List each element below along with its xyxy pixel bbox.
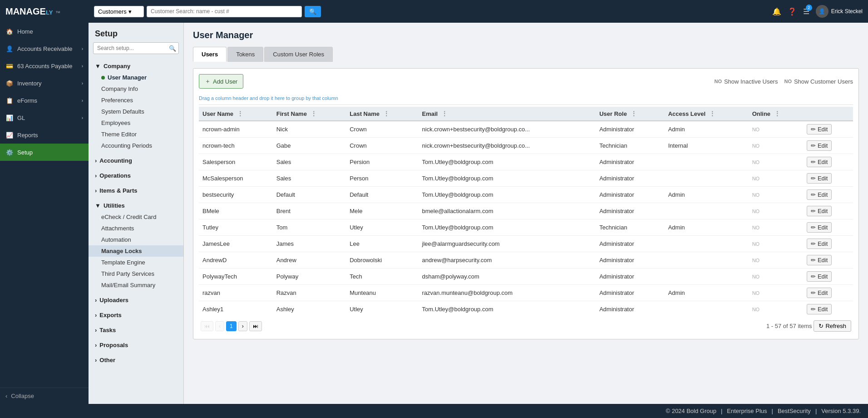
- col-header-firstname[interactable]: First Name ⋮: [273, 107, 346, 121]
- cell-actions[interactable]: ✏ Edit: [803, 170, 853, 187]
- col-menu-lastname[interactable]: ⋮: [383, 110, 390, 117]
- sidebar-item-accounts-payable[interactable]: 💳 63 Accounts Payable ›: [0, 57, 89, 75]
- cell-actions[interactable]: ✏ Edit: [803, 138, 853, 154]
- exports-section-header[interactable]: › Exports: [89, 309, 183, 321]
- col-menu-online[interactable]: ⋮: [774, 110, 780, 117]
- accounting-section-header[interactable]: › Accounting: [89, 155, 183, 166]
- bell-icon[interactable]: 🔔: [772, 7, 781, 16]
- cell-actions[interactable]: ✏ Edit: [803, 203, 853, 219]
- setup-item-system-defaults[interactable]: System Defaults: [89, 106, 183, 117]
- cell-actions[interactable]: ✏ Edit: [803, 219, 853, 236]
- edit-button[interactable]: ✏ Edit: [807, 157, 832, 167]
- operations-section-header[interactable]: › Operations: [89, 170, 183, 181]
- utilities-section-header[interactable]: ▼ Utilities: [89, 200, 183, 211]
- tasks-section-header[interactable]: › Tasks: [89, 324, 183, 336]
- cell-lastname[interactable]: Mele: [346, 203, 418, 219]
- cell-lastname[interactable]: Crown: [346, 121, 418, 138]
- col-menu-firstname[interactable]: ⋮: [311, 110, 317, 117]
- sidebar-item-inventory[interactable]: 📦 Inventory ›: [0, 75, 89, 92]
- cell-lastname[interactable]: Lee: [346, 236, 418, 252]
- add-user-button[interactable]: ＋ Add User: [199, 74, 243, 89]
- sidebar-item-gl[interactable]: 📊 GL ›: [0, 109, 89, 126]
- edit-button[interactable]: ✏ Edit: [807, 304, 832, 314]
- other-section-header[interactable]: › Other: [89, 354, 183, 366]
- setup-item-company-info[interactable]: Company Info: [89, 83, 183, 95]
- sidebar-item-eforms[interactable]: 📋 eForms ›: [0, 92, 89, 109]
- cell-username[interactable]: JamesLee: [199, 236, 273, 252]
- edit-button[interactable]: ✏ Edit: [807, 239, 832, 249]
- sidebar-item-setup[interactable]: ⚙️ Setup: [0, 144, 89, 161]
- setup-item-mail-email[interactable]: Mail/Email Summary: [89, 279, 183, 291]
- cell-actions[interactable]: ✏ Edit: [803, 301, 853, 316]
- tab-custom-roles[interactable]: Custom User Roles: [264, 47, 333, 62]
- setup-item-manage-locks[interactable]: Manage Locks: [89, 245, 183, 257]
- cell-username[interactable]: bestsecurity: [199, 187, 273, 203]
- edit-button[interactable]: ✏ Edit: [807, 124, 832, 134]
- col-header-online[interactable]: Online ⋮: [749, 107, 803, 121]
- col-menu-username[interactable]: ⋮: [237, 110, 243, 117]
- items-section-header[interactable]: › Items & Parts: [89, 185, 183, 196]
- cell-username[interactable]: BMele: [199, 203, 273, 219]
- col-header-email[interactable]: Email ⋮: [419, 107, 596, 121]
- tasks-badge-container[interactable]: ☰ 2: [803, 7, 809, 16]
- cell-actions[interactable]: ✏ Edit: [803, 269, 853, 285]
- col-menu-userrole[interactable]: ⋮: [631, 110, 637, 117]
- page-1-button[interactable]: 1: [226, 321, 237, 331]
- show-customer-toggle[interactable]: NO Show Customer Users: [784, 78, 853, 85]
- cell-actions[interactable]: ✏ Edit: [803, 154, 853, 170]
- setup-item-theme-editor[interactable]: Theme Editor: [89, 129, 183, 140]
- help-icon[interactable]: ❓: [788, 7, 797, 16]
- edit-button[interactable]: ✏ Edit: [807, 140, 832, 151]
- setup-item-template-engine[interactable]: Template Engine: [89, 257, 183, 268]
- setup-item-preferences[interactable]: Preferences: [89, 95, 183, 106]
- edit-button[interactable]: ✏ Edit: [807, 222, 832, 233]
- search-dropdown[interactable]: Customers ▾: [94, 6, 144, 17]
- search-button[interactable]: 🔍: [305, 6, 321, 17]
- tab-users[interactable]: Users: [193, 47, 227, 62]
- edit-button[interactable]: ✏ Edit: [807, 173, 832, 184]
- search-input[interactable]: [147, 6, 302, 17]
- cell-username[interactable]: ncrown-tech: [199, 138, 273, 154]
- setup-item-employees[interactable]: Employees: [89, 117, 183, 129]
- prev-page-button[interactable]: ‹: [215, 321, 224, 331]
- cell-username[interactable]: ncrown-admin: [199, 121, 273, 138]
- setup-search-input[interactable]: [93, 42, 179, 54]
- refresh-button[interactable]: ↻ Refresh: [814, 320, 851, 332]
- cell-actions[interactable]: ✏ Edit: [803, 187, 853, 203]
- edit-button[interactable]: ✏ Edit: [807, 288, 832, 298]
- col-header-accesslevel[interactable]: Access Level ⋮: [665, 107, 749, 121]
- edit-button[interactable]: ✏ Edit: [807, 271, 832, 282]
- edit-button[interactable]: ✏ Edit: [807, 206, 832, 216]
- cell-lastname[interactable]: Crown: [346, 138, 418, 154]
- company-section-header[interactable]: ▼ Company: [89, 60, 183, 72]
- sidebar-item-home[interactable]: 🏠 Home: [0, 23, 89, 40]
- sidebar-item-accounts-receivable[interactable]: 👤 Accounts Receivable ›: [0, 40, 89, 57]
- setup-item-user-manager[interactable]: User Manager: [89, 72, 183, 83]
- sidebar-item-reports[interactable]: 📈 Reports: [0, 126, 89, 144]
- proposals-section-header[interactable]: › Proposals: [89, 339, 183, 351]
- uploaders-section-header[interactable]: › Uploaders: [89, 294, 183, 306]
- next-page-button[interactable]: ›: [238, 321, 247, 331]
- setup-item-automation[interactable]: Automation: [89, 234, 183, 245]
- user-info[interactable]: 👤 Erick Steckel: [816, 5, 863, 18]
- col-header-userrole[interactable]: User Role ⋮: [596, 107, 665, 121]
- col-menu-email[interactable]: ⋮: [441, 110, 448, 117]
- setup-item-third-party[interactable]: Third Party Services: [89, 268, 183, 279]
- cell-actions[interactable]: ✏ Edit: [803, 121, 853, 138]
- col-menu-accesslevel[interactable]: ⋮: [709, 110, 715, 117]
- cell-actions[interactable]: ✏ Edit: [803, 236, 853, 252]
- edit-button[interactable]: ✏ Edit: [807, 255, 832, 265]
- cell-actions[interactable]: ✏ Edit: [803, 252, 853, 269]
- col-header-username[interactable]: User Name ⋮: [199, 107, 273, 121]
- collapse-button[interactable]: ‹ Collapse: [0, 388, 89, 404]
- tab-tokens[interactable]: Tokens: [227, 47, 263, 62]
- last-page-button[interactable]: ⏭: [249, 321, 262, 331]
- edit-button[interactable]: ✏ Edit: [807, 189, 832, 200]
- first-page-button[interactable]: ⏮: [201, 321, 213, 331]
- col-header-lastname[interactable]: Last Name ⋮: [346, 107, 418, 121]
- setup-item-attachments[interactable]: Attachments: [89, 223, 183, 234]
- setup-item-echeck[interactable]: eCheck / Credit Card: [89, 211, 183, 223]
- cell-lastname[interactable]: Default: [346, 187, 418, 203]
- cell-username[interactable]: razvan: [199, 285, 273, 301]
- cell-actions[interactable]: ✏ Edit: [803, 285, 853, 301]
